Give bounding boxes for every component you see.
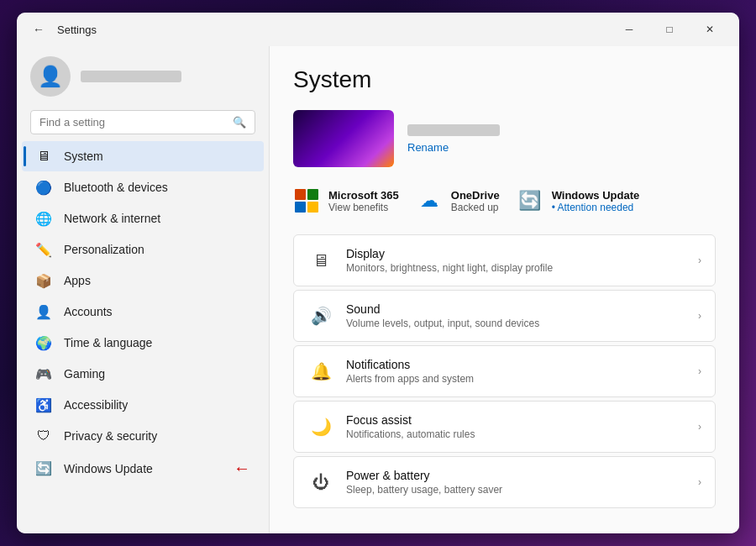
nav-list: 🖥 System 🔵 Bluetooth & devices 🌐 Network… xyxy=(17,141,269,485)
system-icon: 🖥 xyxy=(35,148,52,165)
sidebar-item-network[interactable]: 🌐 Network & internet xyxy=(22,203,264,234)
rename-link[interactable]: Rename xyxy=(407,141,500,154)
avatar: 👤 xyxy=(30,56,71,97)
winupdate-info: Windows Update Attention needed xyxy=(552,189,640,213)
time-icon: 🌍 xyxy=(35,334,52,351)
winupdate-sub: Attention needed xyxy=(552,202,640,213)
sidebar-item-apps[interactable]: 📦 Apps xyxy=(22,265,264,296)
page-title: System xyxy=(293,66,716,93)
title-bar: ← Settings ─ □ ✕ xyxy=(17,13,739,46)
sidebar-item-update[interactable]: 🔄 Windows Update ← xyxy=(22,452,264,485)
notifications-icon: 🔔 xyxy=(307,358,334,385)
network-icon: 🌐 xyxy=(35,210,52,227)
setting-row-display[interactable]: 🖥 Display Monitors, brightness, night li… xyxy=(293,234,716,286)
back-button[interactable]: ← xyxy=(27,18,50,41)
window-title: Settings xyxy=(57,24,97,36)
setting-row-focus[interactable]: 🌙 Focus assist Notifications, automatic … xyxy=(293,401,716,453)
winupdate-title: Windows Update xyxy=(552,189,640,202)
onedrive-sub: Backed up xyxy=(451,202,500,213)
maximize-button[interactable]: □ xyxy=(650,16,689,43)
apps-icon: 📦 xyxy=(35,272,52,289)
sidebar-item-label-accounts: Accounts xyxy=(64,305,113,318)
sound-icon: 🔊 xyxy=(307,302,334,329)
settings-window: ← Settings ─ □ ✕ 👤 xyxy=(17,13,739,533)
sound-chevron-icon: › xyxy=(698,310,701,322)
sidebar-item-bluetooth[interactable]: 🔵 Bluetooth & devices xyxy=(22,172,264,202)
minimize-button[interactable]: ─ xyxy=(610,16,648,43)
sidebar-item-accounts[interactable]: 👤 Accounts xyxy=(22,297,264,327)
notifications-text: Notifications Alerts from apps and syste… xyxy=(346,358,698,385)
content-area: 👤 🔍 🖥 System 🔵 Bluetooth & devices xyxy=(17,46,739,533)
sidebar-item-gaming[interactable]: 🎮 Gaming xyxy=(22,359,264,389)
accessibility-icon: ♿ xyxy=(35,396,52,413)
onedrive-info: OneDrive Backed up xyxy=(451,189,500,213)
sound-title: Sound xyxy=(346,302,698,316)
sidebar-item-label-privacy: Privacy & security xyxy=(64,429,157,443)
quick-link-winupdate[interactable]: 🔄 Windows Update Attention needed xyxy=(517,187,640,214)
pc-name-placeholder xyxy=(407,124,500,136)
ms365-sub: View benefits xyxy=(328,202,399,213)
power-sub: Sleep, battery usage, battery saver xyxy=(346,484,698,496)
power-title: Power & battery xyxy=(346,469,698,482)
hero-section: Rename xyxy=(293,110,716,167)
hero-rename-section: Rename xyxy=(407,124,500,154)
sidebar-item-label-time: Time & language xyxy=(64,336,152,349)
notifications-chevron-icon: › xyxy=(698,365,701,377)
close-button[interactable]: ✕ xyxy=(690,16,729,43)
main-panel: System Rename xyxy=(269,46,739,533)
sidebar-item-label-gaming: Gaming xyxy=(64,367,105,381)
onedrive-icon: ☁ xyxy=(416,187,443,214)
search-box[interactable]: 🔍 xyxy=(30,110,255,134)
power-icon: ⏻ xyxy=(307,469,334,496)
privacy-icon: 🛡 xyxy=(35,428,52,444)
search-input[interactable] xyxy=(39,116,233,129)
user-section: 👤 xyxy=(17,46,269,110)
sidebar-item-label-apps: Apps xyxy=(64,274,91,287)
focus-sub: Notifications, automatic rules xyxy=(346,428,698,440)
setting-row-power[interactable]: ⏻ Power & battery Sleep, battery usage, … xyxy=(293,456,716,508)
update-arrow-icon: ← xyxy=(234,459,250,478)
power-chevron-icon: › xyxy=(698,476,701,488)
sidebar-item-personalization[interactable]: ✏️ Personalization xyxy=(22,234,264,265)
quick-link-ms365[interactable]: Microsoft 365 View benefits xyxy=(293,187,399,214)
sidebar-item-accessibility[interactable]: ♿ Accessibility xyxy=(22,390,264,420)
display-text: Display Monitors, brightness, night ligh… xyxy=(346,247,698,274)
settings-list: 🖥 Display Monitors, brightness, night li… xyxy=(293,234,716,508)
ms365-info: Microsoft 365 View benefits xyxy=(328,189,399,213)
sidebar-item-label-update: Windows Update xyxy=(64,462,153,475)
display-sub: Monitors, brightness, night light, displ… xyxy=(346,262,698,274)
sidebar-item-privacy[interactable]: 🛡 Privacy & security xyxy=(22,421,264,451)
window-controls: ─ □ ✕ xyxy=(610,16,729,43)
ms365-icon xyxy=(293,187,320,214)
sidebar-item-label-system: System xyxy=(64,150,103,163)
gaming-icon: 🎮 xyxy=(35,365,52,382)
update-icon: 🔄 xyxy=(35,460,52,477)
quick-links: Microsoft 365 View benefits ☁ OneDrive B… xyxy=(293,187,716,214)
person-icon: 👤 xyxy=(38,65,63,88)
focus-icon: 🌙 xyxy=(307,413,334,440)
personalization-icon: ✏️ xyxy=(35,241,52,258)
display-chevron-icon: › xyxy=(698,255,701,266)
search-icon: 🔍 xyxy=(233,116,246,129)
desktop-thumbnail xyxy=(293,110,394,167)
setting-row-notifications[interactable]: 🔔 Notifications Alerts from apps and sys… xyxy=(293,345,716,397)
ms365-title: Microsoft 365 xyxy=(328,189,399,202)
bluetooth-icon: 🔵 xyxy=(35,179,52,196)
display-title: Display xyxy=(346,247,698,260)
notifications-sub: Alerts from apps and system xyxy=(346,373,698,385)
accounts-icon: 👤 xyxy=(35,303,52,320)
sidebar-item-label-bluetooth: Bluetooth & devices xyxy=(64,181,168,194)
focus-chevron-icon: › xyxy=(698,421,701,433)
sidebar-item-system[interactable]: 🖥 System xyxy=(22,141,264,171)
focus-title: Focus assist xyxy=(346,413,698,427)
setting-row-sound[interactable]: 🔊 Sound Volume levels, output, input, so… xyxy=(293,290,716,342)
sound-sub: Volume levels, output, input, sound devi… xyxy=(346,318,698,329)
focus-text: Focus assist Notifications, automatic ru… xyxy=(346,413,698,440)
quick-link-onedrive[interactable]: ☁ OneDrive Backed up xyxy=(416,187,500,214)
sidebar-item-time[interactable]: 🌍 Time & language xyxy=(22,328,264,358)
sidebar-item-label-accessibility: Accessibility xyxy=(64,398,128,412)
winupdate-icon: 🔄 xyxy=(517,187,543,214)
power-text: Power & battery Sleep, battery usage, ba… xyxy=(346,469,698,496)
notifications-title: Notifications xyxy=(346,358,698,371)
display-icon: 🖥 xyxy=(307,247,334,274)
